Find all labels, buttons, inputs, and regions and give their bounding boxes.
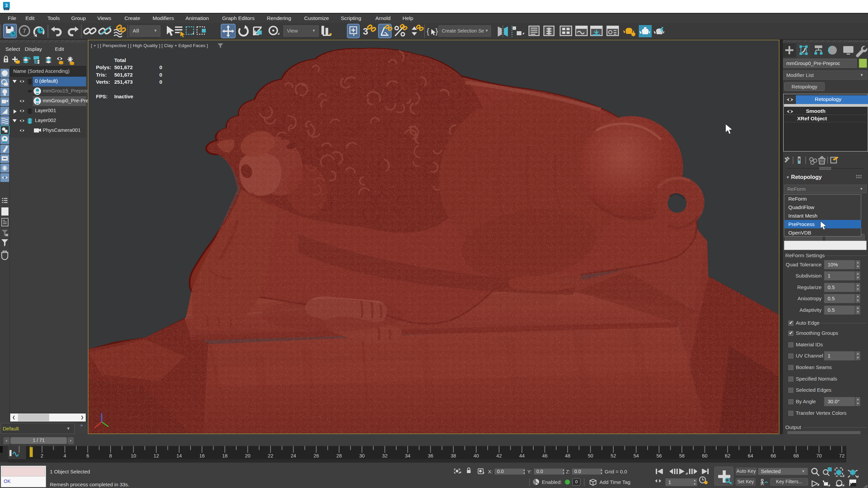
svg-text:60: 60 [702,453,707,459]
svg-text:6: 6 [86,453,89,459]
svg-text:48: 48 [565,453,570,459]
svg-text:42: 42 [496,453,502,459]
svg-text:46: 46 [542,453,548,459]
svg-text:38: 38 [451,453,456,459]
svg-text:44: 44 [519,453,525,459]
svg-text:72: 72 [839,453,845,459]
svg-text:8: 8 [109,453,112,459]
svg-text:50: 50 [588,453,593,459]
svg-text:18: 18 [222,453,228,459]
svg-text:22: 22 [268,453,273,459]
svg-text:3: 3 [5,3,8,8]
svg-text:24: 24 [291,453,296,459]
svg-text:34: 34 [405,453,410,459]
svg-text:28: 28 [336,453,342,459]
svg-text:10: 10 [131,453,136,459]
svg-text:30: 30 [359,453,364,459]
svg-text:2: 2 [41,453,43,459]
svg-text:54: 54 [633,453,639,459]
svg-text:20: 20 [245,453,250,459]
svg-text:4: 4 [63,453,66,459]
svg-text:16: 16 [199,453,205,459]
svg-text:32: 32 [382,453,388,459]
svg-text:66: 66 [771,453,776,459]
svg-text:7: 7 [23,28,26,34]
svg-text:26: 26 [314,453,319,459]
svg-text:58: 58 [679,453,685,459]
svg-text:70: 70 [816,453,822,459]
svg-text:14: 14 [176,453,182,459]
svg-text:12: 12 [154,453,159,459]
svg-text:52: 52 [611,453,616,459]
svg-text:56: 56 [656,453,662,459]
svg-text:36: 36 [428,453,433,459]
svg-text:68: 68 [793,453,799,459]
svg-text:}: } [435,26,438,36]
svg-text:64: 64 [748,453,753,459]
svg-text:62: 62 [725,453,730,459]
svg-text:40: 40 [473,453,479,459]
svg-text:MAX: MAX [4,8,8,10]
svg-text:{: { [427,26,429,36]
